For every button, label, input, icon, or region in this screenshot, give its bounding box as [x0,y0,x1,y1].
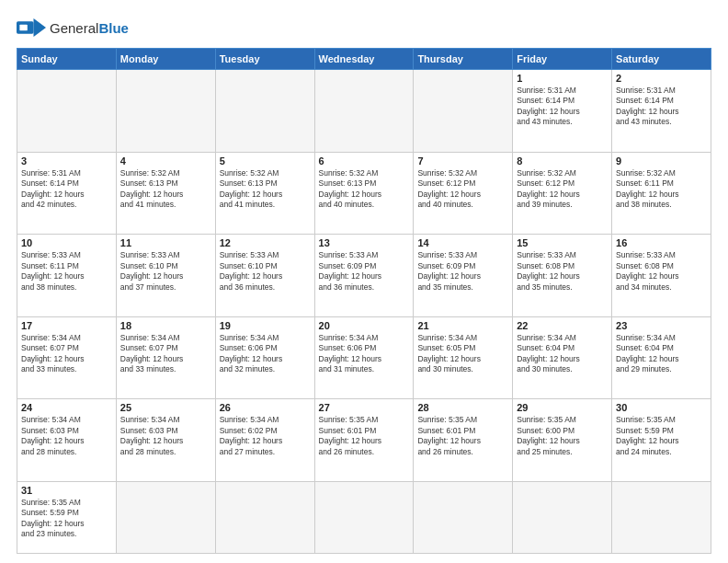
header: GeneralBlue [17,15,711,40]
day-info: Sunrise: 5:33 AM Sunset: 6:09 PM Dayligh… [319,250,410,293]
day-number: 28 [417,402,508,413]
table-row: 26Sunrise: 5:34 AM Sunset: 6:02 PM Dayli… [215,399,314,482]
table-row: 11Sunrise: 5:33 AM Sunset: 6:10 PM Dayli… [116,235,215,317]
day-info: Sunrise: 5:34 AM Sunset: 6:02 PM Dayligh… [220,415,311,457]
col-sunday: Sunday [17,49,117,70]
day-info: Sunrise: 5:33 AM Sunset: 6:10 PM Dayligh… [220,250,311,293]
table-row: 18Sunrise: 5:34 AM Sunset: 6:07 PM Dayli… [116,316,215,399]
table-row: 19Sunrise: 5:34 AM Sunset: 6:06 PM Dayli… [215,316,314,399]
col-wednesday: Wednesday [314,49,414,70]
table-row: 14Sunrise: 5:33 AM Sunset: 6:09 PM Dayli… [414,235,513,317]
table-row [513,481,612,553]
table-row: 24Sunrise: 5:34 AM Sunset: 6:03 PM Dayli… [17,399,117,482]
table-row: 15Sunrise: 5:33 AM Sunset: 6:08 PM Dayli… [513,235,612,317]
calendar-week-row: 31Sunrise: 5:35 AM Sunset: 5:59 PM Dayli… [17,481,711,553]
day-info: Sunrise: 5:32 AM Sunset: 6:13 PM Dayligh… [319,168,410,211]
day-number: 26 [220,402,311,413]
table-row [116,70,215,153]
day-info: Sunrise: 5:34 AM Sunset: 6:07 PM Dayligh… [120,333,211,375]
generalblue-logo-icon [17,15,46,40]
table-row: 10Sunrise: 5:33 AM Sunset: 6:11 PM Dayli… [17,235,117,317]
day-number: 14 [417,237,508,248]
table-row: 3Sunrise: 5:31 AM Sunset: 6:14 PM Daylig… [17,152,117,235]
day-info: Sunrise: 5:32 AM Sunset: 6:13 PM Dayligh… [120,168,211,211]
table-row [215,481,314,553]
day-info: Sunrise: 5:34 AM Sunset: 6:07 PM Dayligh… [21,333,112,375]
day-info: Sunrise: 5:33 AM Sunset: 6:09 PM Dayligh… [417,250,508,293]
table-row: 6Sunrise: 5:32 AM Sunset: 6:13 PM Daylig… [314,152,414,235]
day-info: Sunrise: 5:35 AM Sunset: 6:01 PM Dayligh… [417,415,508,457]
day-number: 15 [517,237,608,248]
day-info: Sunrise: 5:34 AM Sunset: 6:05 PM Dayligh… [417,333,508,375]
day-number: 1 [517,73,608,84]
svg-marker-1 [34,18,46,37]
calendar-week-row: 17Sunrise: 5:34 AM Sunset: 6:07 PM Dayli… [17,316,711,399]
day-number: 30 [616,402,707,413]
table-row: 13Sunrise: 5:33 AM Sunset: 6:09 PM Dayli… [314,235,414,317]
col-friday: Friday [513,49,612,70]
day-number: 7 [417,155,508,167]
logo-text: GeneralBlue [50,21,129,35]
table-row [414,481,513,553]
day-info: Sunrise: 5:34 AM Sunset: 6:06 PM Dayligh… [319,333,410,375]
col-tuesday: Tuesday [215,49,314,70]
table-row [116,481,215,553]
table-row: 25Sunrise: 5:34 AM Sunset: 6:03 PM Dayli… [116,399,215,482]
table-row: 21Sunrise: 5:34 AM Sunset: 6:05 PM Dayli… [414,316,513,399]
day-number: 12 [220,237,311,248]
table-row: 7Sunrise: 5:32 AM Sunset: 6:12 PM Daylig… [414,152,513,235]
day-number: 23 [616,320,707,331]
table-row: 20Sunrise: 5:34 AM Sunset: 6:06 PM Dayli… [314,316,414,399]
day-number: 9 [616,155,707,167]
table-row [612,481,711,553]
table-row: 17Sunrise: 5:34 AM Sunset: 6:07 PM Dayli… [17,316,117,399]
day-number: 10 [21,237,112,248]
table-row: 29Sunrise: 5:35 AM Sunset: 6:00 PM Dayli… [513,399,612,482]
day-info: Sunrise: 5:33 AM Sunset: 6:08 PM Dayligh… [616,250,707,293]
day-number: 13 [319,237,410,248]
table-row [17,70,117,153]
table-row: 23Sunrise: 5:34 AM Sunset: 6:04 PM Dayli… [612,316,711,399]
day-info: Sunrise: 5:31 AM Sunset: 6:14 PM Dayligh… [616,86,707,128]
day-number: 3 [21,155,112,167]
table-row [314,481,414,553]
col-saturday: Saturday [612,49,711,70]
day-info: Sunrise: 5:32 AM Sunset: 6:12 PM Dayligh… [517,168,608,211]
day-number: 18 [120,320,211,331]
day-info: Sunrise: 5:32 AM Sunset: 6:11 PM Dayligh… [616,168,707,211]
day-info: Sunrise: 5:35 AM Sunset: 6:00 PM Dayligh… [517,415,608,457]
calendar-week-row: 3Sunrise: 5:31 AM Sunset: 6:14 PM Daylig… [17,152,711,235]
table-row: 30Sunrise: 5:35 AM Sunset: 5:59 PM Dayli… [612,399,711,482]
day-number: 2 [616,73,707,84]
table-row: 5Sunrise: 5:32 AM Sunset: 6:13 PM Daylig… [215,152,314,235]
table-row: 1Sunrise: 5:31 AM Sunset: 6:14 PM Daylig… [513,70,612,153]
day-info: Sunrise: 5:35 AM Sunset: 6:01 PM Dayligh… [319,415,410,457]
day-info: Sunrise: 5:33 AM Sunset: 6:11 PM Dayligh… [21,250,112,293]
day-info: Sunrise: 5:34 AM Sunset: 6:03 PM Dayligh… [21,415,112,457]
table-row [414,70,513,153]
day-number: 27 [319,402,410,413]
day-number: 5 [220,155,311,167]
table-row: 8Sunrise: 5:32 AM Sunset: 6:12 PM Daylig… [513,152,612,235]
day-number: 19 [220,320,311,331]
calendar-header-row: Sunday Monday Tuesday Wednesday Thursday… [17,49,711,70]
day-info: Sunrise: 5:32 AM Sunset: 6:12 PM Dayligh… [417,168,508,211]
calendar-week-row: 24Sunrise: 5:34 AM Sunset: 6:03 PM Dayli… [17,399,711,482]
day-number: 21 [417,320,508,331]
day-number: 16 [616,237,707,248]
calendar-week-row: 10Sunrise: 5:33 AM Sunset: 6:11 PM Dayli… [17,235,711,317]
day-info: Sunrise: 5:32 AM Sunset: 6:13 PM Dayligh… [220,168,311,211]
day-number: 6 [319,155,410,167]
day-number: 8 [517,155,608,167]
svg-rect-2 [19,25,27,31]
day-info: Sunrise: 5:33 AM Sunset: 6:10 PM Dayligh… [120,250,211,293]
day-info: Sunrise: 5:34 AM Sunset: 6:06 PM Dayligh… [220,333,311,375]
col-thursday: Thursday [414,49,513,70]
day-number: 4 [120,155,211,167]
table-row: 2Sunrise: 5:31 AM Sunset: 6:14 PM Daylig… [612,70,711,153]
table-row: 27Sunrise: 5:35 AM Sunset: 6:01 PM Dayli… [314,399,414,482]
table-row: 9Sunrise: 5:32 AM Sunset: 6:11 PM Daylig… [612,152,711,235]
day-info: Sunrise: 5:34 AM Sunset: 6:04 PM Dayligh… [616,333,707,375]
day-number: 17 [21,320,112,331]
day-number: 11 [120,237,211,248]
